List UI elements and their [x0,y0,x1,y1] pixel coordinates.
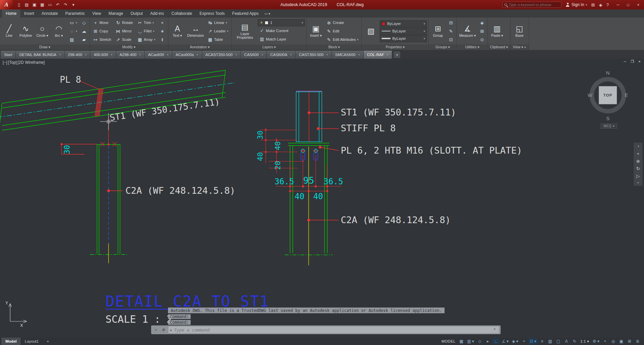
close-tab-icon[interactable]: × [261,53,263,56]
id-point-button[interactable]: ⊙ [478,35,486,44]
file-tab-acast350-500[interactable]: ACAST350-500× [202,51,241,59]
close-tab-icon[interactable]: × [139,53,141,56]
close-tab-icon[interactable]: × [387,53,388,56]
panel-label-layers[interactable]: Layers ▾ [232,45,306,50]
base-view-button[interactable]: ◱Base [512,18,527,44]
clean-screen-icon[interactable]: ⊞ [626,338,633,345]
close-tab-icon[interactable]: × [59,53,61,56]
close-tab-icon[interactable]: × [111,53,113,56]
selection-cycling-icon[interactable]: ▢ [555,338,562,345]
group-edit-button[interactable]: ✎ [447,27,455,35]
file-tab-a298-400[interactable]: A298-400× [116,51,144,59]
linear-dimension-button[interactable]: ↹Linear▾ [206,19,230,27]
polar-tracking-icon[interactable]: ∠ ▾ [500,338,510,345]
isometric-drafting-icon[interactable]: ◈ ▾ [510,338,520,345]
sign-in-button[interactable]: Sign In ▾ [566,2,587,7]
viewcube-top-face[interactable]: TOP [599,86,617,104]
ribbon-tab-express-tools[interactable]: Express Tools [196,9,228,18]
paste-button[interactable]: ▥Paste ▾ [489,18,505,44]
mirror-button[interactable]: ⋈Mirror [114,27,135,35]
panel-label-utilities[interactable]: Utilities ▾ [457,45,487,50]
file-tab-acas600[interactable]: ACas600× [145,51,172,59]
search-input[interactable] [508,3,559,7]
explode-button[interactable]: ∗ [158,27,167,35]
autoscale-icon[interactable]: ↻ [571,338,578,345]
new-file-icon[interactable]: ▯ [16,1,22,8]
panel-label-properties[interactable]: Properties ▾ [362,45,428,50]
layout-tab-model[interactable]: Model [1,338,21,345]
viewcube-south[interactable]: S [586,115,630,121]
quick-select-button[interactable]: ◈ [478,19,486,27]
panel-label-view[interactable]: View ▾ » [510,45,529,50]
layout-tab-layout1[interactable]: Layout1 [21,338,43,345]
snap-mode-icon[interactable]: ▥ ▾ [466,338,476,345]
scale-button[interactable]: ⇗Scale [114,35,135,44]
maximize-button[interactable]: □ [623,1,633,9]
undo-icon[interactable]: ↶ [54,1,61,8]
new-layout-button[interactable]: + [43,338,53,345]
show-motion-icon[interactable]: ▷ [637,174,640,179]
save-as-icon[interactable]: ▦ [39,1,46,8]
insert-block-button[interactable]: ▣Insert ▾ [308,18,324,44]
navigation-wheel-icon[interactable]: ◔ [637,144,640,149]
help-search-box[interactable] [502,2,562,8]
panel-label-clipboard[interactable]: Clipboard ▾ [488,45,510,50]
ribbon-tab-annotate[interactable]: Annotate [38,9,62,18]
viewcube[interactable]: N S W E TOP WCS ▾ [586,68,630,131]
ribbon-tab-view[interactable]: View [89,9,105,18]
close-tab-icon[interactable]: × [196,53,198,56]
copy-button[interactable]: ⊞Copy [91,27,113,35]
doc-minimize-icon[interactable]: ─ [624,59,626,64]
move-button[interactable]: +Move [91,19,113,27]
viewport-view-control[interactable]: [Top] [8,60,17,65]
linetype-select[interactable]: ByLayer▾ [380,28,427,35]
file-tab-start[interactable]: Start [1,51,16,59]
close-tab-icon[interactable]: × [326,53,328,56]
graphics-performance-icon[interactable]: ▣ [618,338,625,345]
workspace-switching-icon[interactable]: ⚙ ▾ [591,338,601,345]
fillet-button[interactable]: ◡Fillet▾ [136,27,157,35]
viewcube-north[interactable]: N [586,70,630,76]
file-tab-smcas600[interactable]: SMCAS600× [332,51,363,59]
open-file-icon[interactable]: ▤ [23,1,30,8]
annotation-scale-button[interactable]: 1:1 ▾ [579,338,591,345]
ribbon-display-toggle-icon[interactable]: ▭ ▾ [264,9,270,18]
ribbon-tab-featured-apps[interactable]: Featured Apps [229,9,262,18]
object-color-select[interactable]: ByLayer▾ [380,20,427,27]
viewcube-east[interactable]: E [625,92,628,98]
panel-label-block[interactable]: Block ▾ [307,45,361,50]
edit-attributes-button[interactable]: ✎Edit Attributes▾ [325,35,360,44]
layer-properties-button[interactable]: ▤Layer Properties [233,18,257,44]
doc-restore-icon[interactable]: ❐ [631,59,634,64]
file-tab-cas600a[interactable]: CAS600A× [267,51,295,59]
command-line-dock[interactable]: × ⚙ ▸ ^ [151,325,501,334]
arc-button[interactable]: ◠Arc ▾ [51,18,67,44]
close-tab-icon[interactable]: × [167,53,168,56]
ungroup-button[interactable]: ⊟ [447,19,455,27]
close-tab-icon[interactable]: × [358,53,360,56]
close-tab-icon[interactable]: × [235,53,237,56]
help-icon[interactable]: ? [606,2,609,7]
array-button[interactable]: ▦Array▾ [136,35,157,44]
command-input[interactable] [174,327,490,333]
hatch-button[interactable]: ▨ [68,35,79,44]
command-input-area[interactable]: ▸ ^ [168,326,499,333]
layer-select[interactable]: ☀1▾ [258,19,305,26]
region-button[interactable]: ▰ [80,35,88,44]
object-snap-icon[interactable]: ⊡ ▾ [528,338,538,345]
offset-button[interactable]: ‖ [158,35,167,44]
create-block-button[interactable]: ⊕Create [325,19,360,27]
text-button[interactable]: AText ▾ [170,18,185,44]
lineweight-icon[interactable]: ≡ [539,338,546,345]
ribbon-tab-add-ins[interactable]: Add-ins [146,9,168,18]
orbit-icon[interactable]: ↻ [636,166,640,171]
erase-button[interactable]: × [158,19,167,27]
cad-canvas[interactable]: PL 8 ST1 (WF 350.175.7.11) [0,59,644,338]
revision-cloud-button[interactable]: ☁ [80,27,88,35]
close-tab-icon[interactable]: × [85,53,87,56]
line-button[interactable]: ╱Line [1,18,17,44]
dynamic-input-icon[interactable]: ▸ [484,338,492,345]
viewcube-west[interactable]: W [588,92,592,98]
isolate-objects-icon[interactable]: ◎ [610,338,617,345]
wcs-dropdown[interactable]: WCS ▾ [601,124,617,129]
